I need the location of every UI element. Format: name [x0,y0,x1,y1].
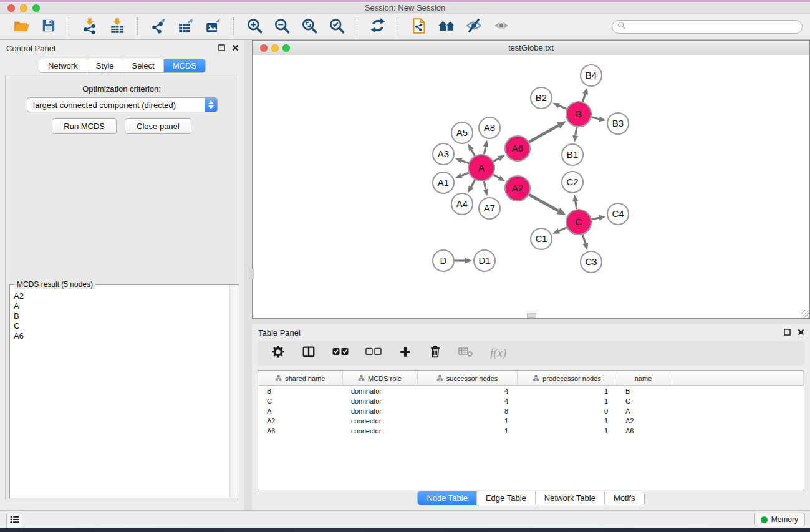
select-all-button[interactable] [332,347,349,359]
node-A8[interactable]: A8 [479,117,500,138]
delete-column-button[interactable] [429,345,441,361]
zoom-selected-button[interactable] [327,17,347,37]
zoom-in-button[interactable] [244,17,264,37]
import-network-button[interactable] [80,17,100,37]
node-A1[interactable]: A1 [433,172,454,193]
deselect-all-button[interactable] [365,347,382,359]
criterion-dropdown[interactable]: largest connected component (directed) [27,97,218,112]
mcds-result-item[interactable]: A6 [14,331,230,341]
node-A7[interactable]: A7 [479,198,500,219]
tab-network-table[interactable]: Network Table [535,491,604,505]
zoom-fit-button[interactable] [299,17,319,37]
export-table-button[interactable] [176,17,196,37]
export-image-button[interactable] [203,17,223,37]
open-session-button[interactable] [11,17,31,37]
node-B4[interactable]: B4 [581,65,602,86]
node-A5[interactable]: A5 [451,122,473,143]
node-A6[interactable]: A6 [505,136,530,161]
node-B2[interactable]: B2 [531,87,552,109]
column-header-predecessor-nodes[interactable]: predecessor nodes [517,371,617,386]
first-neighbors-button[interactable] [436,17,456,37]
run-mcds-button[interactable]: Run MCDS [52,118,117,134]
node-C[interactable]: C [566,210,591,235]
network-close-traffic-light[interactable] [260,44,268,52]
export-network-button[interactable] [148,17,168,37]
edge-B-B2[interactable] [559,105,566,109]
node-A2[interactable]: A2 [505,176,530,201]
node-D1[interactable]: D1 [474,250,495,271]
edge-C-C2[interactable] [576,201,577,210]
tab-node-table[interactable]: Node Table [418,491,476,505]
column-header-shared-name[interactable]: shared name [258,371,342,386]
search-input[interactable] [626,22,797,32]
network-zoom-traffic-light[interactable] [282,44,290,52]
edge-B-B1[interactable] [576,127,577,136]
edge-A-A4[interactable] [471,180,475,186]
edge-C-C1[interactable] [559,228,567,231]
float-panel-icon[interactable] [218,44,226,52]
mcds-result-item[interactable]: B [14,311,230,321]
table-row[interactable]: Cdominator41C [258,396,804,406]
network-minimize-traffic-light[interactable] [271,44,279,52]
network-canvas[interactable]: B4B2BB3A8A5A6A3B1AA1C2A2A4A7C4CC1C3DD1 [253,55,809,318]
node-B[interactable]: B [566,102,591,127]
node-C1[interactable]: C1 [531,228,552,249]
show-columns-button[interactable] [302,345,316,361]
edge-A2-C[interactable] [529,195,558,211]
float-table-panel-icon[interactable] [783,328,791,336]
edge-A-A8[interactable] [484,147,485,154]
memory-button[interactable]: Memory [754,513,805,526]
edge-B-B4[interactable] [582,94,585,102]
edge-A-A1[interactable] [461,173,469,176]
tab-style[interactable]: Style [87,59,123,72]
edge-A-A5[interactable] [471,150,475,156]
show-all-button[interactable] [491,17,511,37]
tab-mcds[interactable]: MCDS [163,59,205,72]
node-B1[interactable]: B1 [562,144,583,165]
edge-A-A2[interactable] [493,175,499,178]
node-D[interactable]: D [433,250,454,271]
table-row[interactable]: Adominator80A [258,406,804,416]
function-builder-button[interactable]: f(x) [490,346,506,360]
minimize-traffic-light[interactable] [20,4,27,12]
close-panel-icon[interactable] [231,44,239,52]
refresh-button[interactable] [368,17,388,37]
task-history-button[interactable] [6,513,22,529]
tab-select[interactable]: Select [123,59,163,72]
delete-table-button[interactable] [458,346,473,360]
node-A3[interactable]: A3 [433,143,454,165]
close-traffic-light[interactable] [7,4,15,12]
table-row[interactable]: Bdominator41B [258,386,804,397]
import-table-button[interactable] [107,17,127,37]
mcds-result-scrollbar[interactable] [229,285,239,498]
edge-A-A6[interactable] [493,158,499,162]
node-C3[interactable]: C3 [581,251,602,273]
node-A4[interactable]: A4 [451,193,473,215]
save-session-button[interactable] [39,17,59,37]
edge-A-A7[interactable] [484,181,486,190]
table-row[interactable]: A6connector11A6 [258,426,804,436]
edge-C-C3[interactable] [582,235,585,243]
horizontal-scrollbar-thumb[interactable] [527,313,536,318]
mcds-result-list[interactable]: A2ABCA6 [10,288,230,498]
zoom-traffic-light[interactable] [32,4,40,12]
node-B3[interactable]: B3 [607,113,629,134]
edge-A6-B[interactable] [529,125,558,142]
mcds-result-item[interactable]: A2 [14,291,230,301]
column-settings-button[interactable] [271,345,285,361]
create-column-button[interactable] [398,345,412,361]
window-resize-grip[interactable] [801,310,809,318]
tab-motifs[interactable]: Motifs [604,491,644,505]
mcds-result-item[interactable]: C [14,321,230,331]
tab-network[interactable]: Network [39,59,87,72]
table-row[interactable]: A2connector11A2 [258,416,804,426]
edge-A-A3[interactable] [461,161,468,163]
column-header-name[interactable]: name [617,371,670,386]
column-header-MCDS-role[interactable]: MCDS role [342,371,417,386]
node-C4[interactable]: C4 [607,203,629,225]
column-header-successor-nodes[interactable]: successor nodes [417,371,517,386]
node-C2[interactable]: C2 [562,172,583,193]
edge-B-B3[interactable] [591,117,599,119]
network-graph[interactable]: B4B2BB3A8A5A6A3B1AA1C2A2A4A7C4CC1C3DD1 [253,55,809,318]
new-network-from-selection-button[interactable] [409,17,429,37]
